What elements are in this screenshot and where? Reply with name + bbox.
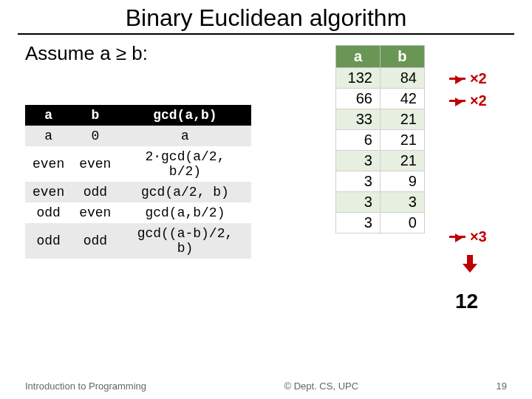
cell: odd bbox=[25, 223, 72, 259]
cell: 3 bbox=[335, 151, 380, 171]
footer-left: Introduction to Programming bbox=[25, 381, 146, 392]
trace-row: 3321 bbox=[335, 109, 424, 130]
cell: 3 bbox=[380, 192, 424, 213]
trace-header-row: a b bbox=[335, 46, 424, 68]
cell: a bbox=[25, 126, 72, 146]
footer: Introduction to Programming © Dept. CS, … bbox=[0, 381, 532, 392]
cell: gcd(a,b/2) bbox=[118, 202, 251, 223]
cell: 132 bbox=[335, 68, 380, 89]
slide-body: Assume a ≥ b: a b gcd(a,b) a0a eveneven2… bbox=[0, 42, 532, 259]
cell: 0 bbox=[72, 126, 118, 146]
slide-title: Binary Euclidean algorithm bbox=[18, 0, 514, 35]
footer-page-number: 19 bbox=[497, 381, 507, 392]
trace-row: 321 bbox=[335, 151, 424, 171]
cell: 84 bbox=[380, 68, 424, 89]
trace-row: 13284 bbox=[335, 68, 424, 89]
trace-header-a: a bbox=[335, 46, 380, 68]
cell: odd bbox=[72, 223, 118, 259]
cell: gcd((a-b)/2, b) bbox=[118, 223, 251, 259]
cell: 66 bbox=[335, 89, 380, 109]
rules-row: oddoddgcd((a-b)/2, b) bbox=[25, 223, 251, 259]
cell: 42 bbox=[380, 89, 424, 109]
trace-table: a b 13284 6642 3321 621 321 39 33 30 bbox=[335, 45, 425, 233]
rules-header-a: a bbox=[25, 105, 72, 126]
annotation-x2-row1: ×2 bbox=[449, 70, 487, 87]
trace-row: 30 bbox=[335, 213, 424, 233]
right-column: a b 13284 6642 3321 621 321 39 33 30 ×2 … bbox=[299, 42, 514, 259]
rules-header-b: b bbox=[72, 105, 118, 126]
arrow-right-icon bbox=[449, 78, 466, 80]
rules-header-row: a b gcd(a,b) bbox=[25, 105, 251, 126]
cell: gcd(a/2, b) bbox=[118, 182, 251, 202]
rules-row: a0a bbox=[25, 126, 251, 146]
cell: 21 bbox=[380, 151, 424, 171]
rules-row: eveneven2·gcd(a/2, b/2) bbox=[25, 146, 251, 182]
annotation-label: ×2 bbox=[470, 70, 487, 87]
rules-header-gcd: gcd(a,b) bbox=[118, 105, 251, 126]
cell: even bbox=[25, 182, 72, 202]
arrow-right-icon bbox=[449, 100, 466, 102]
assume-text: Assume a ≥ b: bbox=[25, 42, 299, 65]
annotation-label: ×3 bbox=[470, 228, 487, 245]
trace-row: 39 bbox=[335, 171, 424, 192]
rules-row: oddevengcd(a,b/2) bbox=[25, 202, 251, 223]
cell: 0 bbox=[380, 213, 424, 233]
cell: 6 bbox=[335, 130, 380, 151]
rules-row: evenoddgcd(a/2, b) bbox=[25, 182, 251, 202]
cell: odd bbox=[25, 202, 72, 223]
cell: 2·gcd(a/2, b/2) bbox=[118, 146, 251, 182]
cell: a bbox=[118, 126, 251, 146]
trace-header-b: b bbox=[380, 46, 424, 68]
cell: 21 bbox=[380, 109, 424, 130]
cell: 3 bbox=[335, 192, 380, 213]
cell: 3 bbox=[335, 213, 380, 233]
arrow-right-icon bbox=[449, 236, 466, 238]
cell: even bbox=[25, 146, 72, 182]
footer-center: © Dept. CS, UPC bbox=[284, 381, 358, 392]
annotation-x2-row2: ×2 bbox=[449, 92, 487, 109]
cell: odd bbox=[72, 182, 118, 202]
trace-row: 33 bbox=[335, 192, 424, 213]
trace-row: 621 bbox=[335, 130, 424, 151]
left-column: Assume a ≥ b: a b gcd(a,b) a0a eveneven2… bbox=[25, 42, 299, 259]
cell: even bbox=[72, 146, 118, 182]
trace-row: 6642 bbox=[335, 89, 424, 109]
annotation-label: ×2 bbox=[470, 92, 487, 109]
cell: 33 bbox=[335, 109, 380, 130]
cell: even bbox=[72, 202, 118, 223]
rules-table: a b gcd(a,b) a0a eveneven2·gcd(a/2, b/2)… bbox=[25, 105, 251, 259]
cell: 21 bbox=[380, 130, 424, 151]
arrow-down-icon bbox=[465, 255, 475, 271]
annotation-x3: ×3 bbox=[449, 228, 487, 245]
result-value: 12 bbox=[455, 290, 478, 313]
cell: 9 bbox=[380, 171, 424, 192]
cell: 3 bbox=[335, 171, 380, 192]
